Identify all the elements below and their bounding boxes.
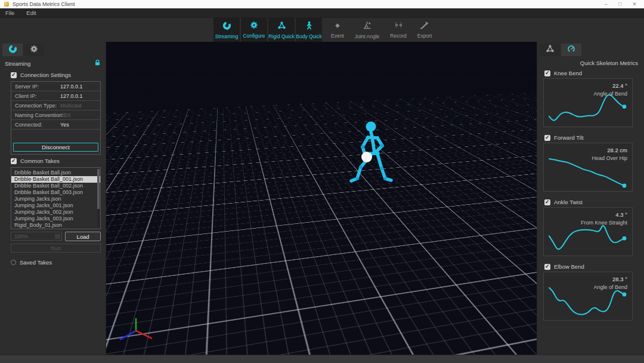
status-bar bbox=[0, 355, 644, 363]
basketball bbox=[361, 152, 372, 162]
gear-icon bbox=[30, 45, 38, 56]
metric-checkbox[interactable] bbox=[544, 199, 550, 205]
metric-chart: 22.4 °Angle of Bend bbox=[543, 78, 633, 127]
metrics-panel-header: Quick Skeleton Metrics bbox=[537, 57, 644, 68]
metric-value: 28.3 ° bbox=[612, 276, 627, 282]
metric-section-elbow-bend: Elbow Bend28.3 °Angle of Bend bbox=[537, 262, 644, 321]
metric-label: Knee Bend bbox=[554, 70, 582, 76]
connection-row-value[interactable]: FBX bbox=[60, 112, 71, 118]
title-bar: Sports Data Metrics Client – □ ✕ bbox=[0, 0, 644, 8]
left-panel-tab-gear[interactable] bbox=[24, 44, 44, 56]
record-icon bbox=[394, 21, 404, 32]
run-button[interactable]: Run bbox=[11, 244, 101, 253]
window-title: Sports Data Metrics Client bbox=[13, 1, 595, 7]
toolbar-button-label: Record bbox=[390, 33, 406, 39]
axis-gizmo bbox=[118, 316, 155, 346]
load-button[interactable]: Load bbox=[65, 232, 101, 241]
connection-row-label: Server IP: bbox=[11, 84, 60, 90]
connection-settings-box: Server IP:127.0.0.1Client IP:127.0.0.1Co… bbox=[11, 81, 101, 155]
maximize-button[interactable]: □ bbox=[613, 0, 627, 8]
common-takes-row: Common Takes bbox=[0, 155, 106, 167]
connection-row-value[interactable]: 127.0.0.1 bbox=[60, 93, 83, 99]
metric-section-forward-tilt: Forward Tilt28.2 cmHead Over Hip bbox=[537, 133, 644, 192]
connection-row-value[interactable]: 127.0.0.1 bbox=[60, 84, 83, 90]
minimize-button[interactable]: – bbox=[599, 0, 613, 8]
close-button[interactable]: ✕ bbox=[627, 0, 642, 8]
toolbar-button-label: Streaming bbox=[215, 33, 239, 39]
metric-description: Angle of Bend bbox=[593, 284, 627, 290]
toolbar-button-label: Export bbox=[417, 33, 432, 39]
3d-viewport[interactable] bbox=[106, 42, 537, 355]
metric-value: 4.3 ° bbox=[615, 211, 627, 218]
axis-x-left bbox=[120, 331, 136, 340]
toolbar-button-configure[interactable]: Configure bbox=[241, 18, 267, 42]
saved-takes-checkbox[interactable] bbox=[11, 260, 16, 265]
list-item[interactable]: Dribble Basket Ball_003.json bbox=[11, 189, 100, 196]
right-panel-tab-gauge[interactable] bbox=[561, 44, 581, 56]
takes-list: Dribble Basket Ball.jsonDribble Basket B… bbox=[11, 167, 101, 229]
toolbar-button-joint-angle[interactable]: Joint Angle bbox=[351, 18, 384, 42]
connection-row: Server IP:127.0.0.1 bbox=[11, 82, 100, 91]
toolbar-button-rigid-quick[interactable]: Rigid Quick bbox=[268, 18, 295, 42]
metric-header: Knee Bend bbox=[537, 68, 644, 78]
toolbar-button-label: Body Quick bbox=[296, 33, 321, 39]
metrics-panel: Quick Skeleton Metrics Knee Bend22.4 °An… bbox=[537, 42, 644, 355]
list-item[interactable]: Rigid_Body_01.json bbox=[11, 222, 100, 229]
toolbar-button-export[interactable]: Export bbox=[413, 18, 436, 42]
playback-speed-input[interactable]: 100% bbox=[11, 232, 62, 241]
list-item[interactable]: Jumping Jacks.json bbox=[11, 196, 100, 202]
connection-settings-checkbox[interactable] bbox=[11, 72, 17, 78]
metric-checkbox[interactable] bbox=[544, 135, 550, 141]
menu-item-file[interactable]: File bbox=[5, 10, 14, 16]
connection-spacer bbox=[11, 130, 100, 143]
rigid-body-icon bbox=[277, 21, 286, 32]
left-panel-tabs bbox=[0, 42, 106, 57]
connection-rows: Server IP:127.0.0.1Client IP:127.0.0.1Co… bbox=[11, 82, 100, 130]
toolbar-button-label: Joint Angle bbox=[355, 33, 380, 39]
left-panel-tab-streaming[interactable] bbox=[2, 44, 23, 56]
toolbar-button-record[interactable]: Record bbox=[386, 18, 410, 42]
streaming-panel-header: Streaming bbox=[0, 57, 106, 69]
list-item[interactable]: Dribble Basket Ball_001.json bbox=[11, 176, 100, 183]
rigid-body-icon bbox=[546, 44, 555, 56]
toolbar-button-event[interactable]: Event bbox=[327, 18, 348, 42]
axis-z-right bbox=[136, 331, 152, 339]
menu-item-edit[interactable]: Edit bbox=[26, 10, 36, 16]
list-item[interactable]: Dribble Basket Ball.json bbox=[11, 170, 100, 176]
connection-row: Client IP:127.0.0.1 bbox=[11, 91, 100, 101]
metric-value: 22.4 ° bbox=[612, 82, 627, 89]
right-panel-tab-rigid-body[interactable] bbox=[540, 44, 560, 56]
list-item[interactable]: Dribble Basket Ball_002.json bbox=[11, 183, 100, 189]
connection-row-value[interactable]: Multicast bbox=[60, 103, 82, 109]
metric-value: 28.2 cm bbox=[607, 147, 627, 153]
connection-row-label: Naming Convention: bbox=[11, 112, 60, 118]
list-item[interactable]: Jumping Jacks_003.json bbox=[11, 216, 100, 222]
takes-scrollbar[interactable] bbox=[97, 169, 100, 227]
toolbar-button-streaming[interactable]: Streaming bbox=[213, 18, 240, 42]
disconnect-button[interactable]: Disconnect bbox=[13, 143, 98, 152]
list-item[interactable]: Jumping Jacks_001.json bbox=[11, 202, 100, 209]
toolbar-button-body-quick[interactable]: Body Quick bbox=[296, 18, 322, 42]
common-takes-label: Common Takes bbox=[20, 158, 60, 164]
connection-row-label: Connected: bbox=[11, 122, 60, 128]
metric-checkbox[interactable] bbox=[544, 70, 550, 76]
list-item[interactable]: Jumping Jacks_002.json bbox=[11, 209, 100, 216]
toolbar: StreamingConfigureRigid QuickBody Quick … bbox=[0, 18, 644, 42]
metric-section-ankle-twist: Ankle Twist4.3 °From Knee Straight bbox=[537, 197, 644, 256]
lock-icon bbox=[95, 60, 100, 67]
metrics-panel-title: Quick Skeleton Metrics bbox=[580, 60, 638, 66]
metric-label: Elbow Bend bbox=[554, 263, 584, 270]
streaming-icon bbox=[222, 21, 231, 32]
connection-row-value[interactable]: Yes bbox=[60, 122, 69, 128]
streaming-panel-title: Streaming bbox=[5, 60, 30, 67]
scrollbar-thumb[interactable] bbox=[97, 169, 100, 209]
right-panel-tabs bbox=[537, 42, 644, 57]
connection-settings-label: Connection Settings bbox=[20, 72, 71, 78]
main-area: Streaming Connection Settings Server IP:… bbox=[0, 42, 644, 355]
takes-items: Dribble Basket Ball.jsonDribble Basket B… bbox=[11, 170, 100, 229]
speed-spinner-icon[interactable] bbox=[55, 234, 60, 239]
window-controls: – □ ✕ bbox=[599, 0, 642, 8]
metric-checkbox[interactable] bbox=[544, 264, 550, 270]
common-takes-checkbox[interactable] bbox=[11, 158, 17, 164]
metric-chart: 28.2 cmHead Over Hip bbox=[543, 143, 633, 192]
